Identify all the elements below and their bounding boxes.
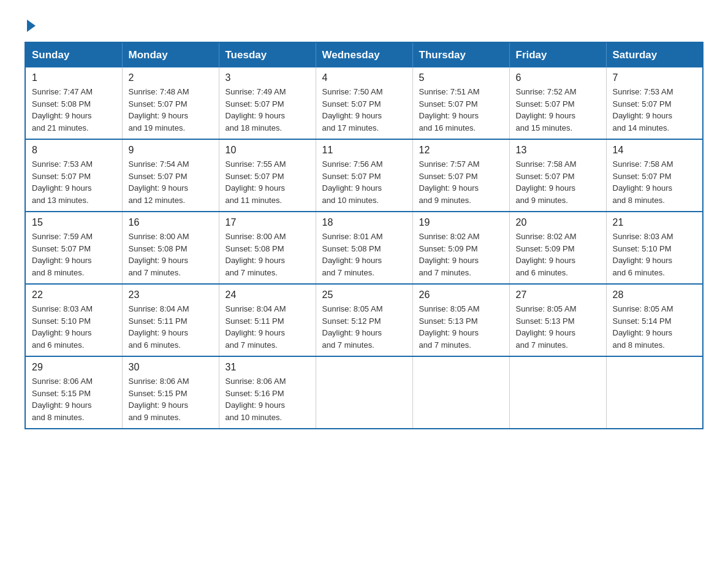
- day-number: 14: [613, 145, 697, 156]
- page-header: [25, 18, 703, 29]
- weekday-header-saturday: Saturday: [606, 42, 703, 67]
- calendar-cell: 7Sunrise: 7:53 AMSunset: 5:07 PMDaylight…: [606, 67, 703, 139]
- day-info: Sunrise: 8:05 AMSunset: 5:14 PMDaylight:…: [613, 303, 697, 351]
- calendar-cell: 23Sunrise: 8:04 AMSunset: 5:11 PMDayligh…: [122, 284, 219, 356]
- weekday-header-thursday: Thursday: [412, 42, 509, 67]
- day-number: 4: [322, 72, 406, 83]
- day-number: 2: [129, 72, 213, 83]
- day-number: 15: [32, 217, 116, 228]
- day-info: Sunrise: 7:54 AMSunset: 5:07 PMDaylight:…: [129, 158, 213, 206]
- calendar-cell: 20Sunrise: 8:02 AMSunset: 5:09 PMDayligh…: [509, 212, 606, 284]
- calendar-cell: 29Sunrise: 8:06 AMSunset: 5:15 PMDayligh…: [25, 356, 122, 429]
- calendar-cell: 2Sunrise: 7:48 AMSunset: 5:07 PMDaylight…: [122, 67, 219, 139]
- day-info: Sunrise: 7:55 AMSunset: 5:07 PMDaylight:…: [226, 158, 309, 206]
- calendar-cell: 19Sunrise: 8:02 AMSunset: 5:09 PMDayligh…: [412, 212, 509, 284]
- day-info: Sunrise: 8:06 AMSunset: 5:16 PMDaylight:…: [226, 375, 309, 423]
- weekday-header-monday: Monday: [122, 42, 219, 67]
- day-info: Sunrise: 7:58 AMSunset: 5:07 PMDaylight:…: [613, 158, 697, 206]
- day-number: 3: [226, 72, 309, 83]
- day-number: 29: [32, 362, 116, 373]
- calendar-cell: 31Sunrise: 8:06 AMSunset: 5:16 PMDayligh…: [219, 356, 316, 429]
- day-number: 1: [32, 72, 116, 83]
- day-number: 13: [516, 145, 600, 156]
- day-number: 24: [226, 289, 309, 301]
- day-number: 6: [516, 72, 600, 83]
- weekday-header-friday: Friday: [509, 42, 606, 67]
- day-number: 11: [322, 145, 406, 156]
- logo: [25, 18, 36, 29]
- day-info: Sunrise: 8:02 AMSunset: 5:09 PMDaylight:…: [419, 231, 503, 278]
- day-number: 17: [226, 217, 309, 228]
- day-info: Sunrise: 8:00 AMSunset: 5:08 PMDaylight:…: [226, 231, 309, 278]
- day-number: 16: [129, 217, 213, 228]
- day-number: 12: [419, 145, 503, 156]
- day-info: Sunrise: 7:47 AMSunset: 5:08 PMDaylight:…: [32, 86, 116, 134]
- calendar-cell: 21Sunrise: 8:03 AMSunset: 5:10 PMDayligh…: [606, 212, 703, 284]
- day-number: 18: [322, 217, 406, 228]
- day-number: 23: [129, 289, 213, 301]
- day-number: 27: [516, 289, 600, 301]
- day-info: Sunrise: 7:59 AMSunset: 5:07 PMDaylight:…: [32, 231, 116, 278]
- calendar-cell: 17Sunrise: 8:00 AMSunset: 5:08 PMDayligh…: [219, 212, 316, 284]
- calendar-cell: [412, 356, 509, 429]
- day-info: Sunrise: 7:52 AMSunset: 5:07 PMDaylight:…: [516, 86, 600, 134]
- day-info: Sunrise: 7:53 AMSunset: 5:07 PMDaylight:…: [32, 158, 116, 206]
- calendar-cell: 25Sunrise: 8:05 AMSunset: 5:12 PMDayligh…: [316, 284, 412, 356]
- day-info: Sunrise: 8:03 AMSunset: 5:10 PMDaylight:…: [613, 231, 697, 278]
- day-info: Sunrise: 8:03 AMSunset: 5:10 PMDaylight:…: [32, 303, 116, 351]
- calendar-week-row: 15Sunrise: 7:59 AMSunset: 5:07 PMDayligh…: [25, 212, 703, 284]
- day-info: Sunrise: 7:53 AMSunset: 5:07 PMDaylight:…: [613, 86, 697, 134]
- calendar-cell: 22Sunrise: 8:03 AMSunset: 5:10 PMDayligh…: [25, 284, 122, 356]
- day-info: Sunrise: 7:57 AMSunset: 5:07 PMDaylight:…: [419, 158, 503, 206]
- calendar-cell: 30Sunrise: 8:06 AMSunset: 5:15 PMDayligh…: [122, 356, 219, 429]
- calendar-cell: [509, 356, 606, 429]
- calendar-cell: 15Sunrise: 7:59 AMSunset: 5:07 PMDayligh…: [25, 212, 122, 284]
- day-info: Sunrise: 8:02 AMSunset: 5:09 PMDaylight:…: [516, 231, 600, 278]
- calendar-cell: 24Sunrise: 8:04 AMSunset: 5:11 PMDayligh…: [219, 284, 316, 356]
- day-number: 26: [419, 289, 503, 301]
- calendar-table: SundayMondayTuesdayWednesdayThursdayFrid…: [25, 42, 703, 429]
- calendar-cell: 11Sunrise: 7:56 AMSunset: 5:07 PMDayligh…: [316, 139, 412, 212]
- day-number: 20: [516, 217, 600, 228]
- day-number: 22: [32, 289, 116, 301]
- day-info: Sunrise: 8:05 AMSunset: 5:12 PMDaylight:…: [322, 303, 406, 351]
- calendar-cell: 16Sunrise: 8:00 AMSunset: 5:08 PMDayligh…: [122, 212, 219, 284]
- calendar-week-row: 29Sunrise: 8:06 AMSunset: 5:15 PMDayligh…: [25, 356, 703, 429]
- day-info: Sunrise: 8:05 AMSunset: 5:13 PMDaylight:…: [419, 303, 503, 351]
- calendar-cell: 27Sunrise: 8:05 AMSunset: 5:13 PMDayligh…: [509, 284, 606, 356]
- calendar-cell: 5Sunrise: 7:51 AMSunset: 5:07 PMDaylight…: [412, 67, 509, 139]
- day-info: Sunrise: 7:51 AMSunset: 5:07 PMDaylight:…: [419, 86, 503, 134]
- calendar-cell: 26Sunrise: 8:05 AMSunset: 5:13 PMDayligh…: [412, 284, 509, 356]
- calendar-header-row: SundayMondayTuesdayWednesdayThursdayFrid…: [25, 42, 703, 67]
- calendar-week-row: 1Sunrise: 7:47 AMSunset: 5:08 PMDaylight…: [25, 67, 703, 139]
- day-info: Sunrise: 8:01 AMSunset: 5:08 PMDaylight:…: [322, 231, 406, 278]
- day-info: Sunrise: 8:06 AMSunset: 5:15 PMDaylight:…: [32, 375, 116, 423]
- day-info: Sunrise: 8:04 AMSunset: 5:11 PMDaylight:…: [129, 303, 213, 351]
- calendar-week-row: 22Sunrise: 8:03 AMSunset: 5:10 PMDayligh…: [25, 284, 703, 356]
- calendar-week-row: 8Sunrise: 7:53 AMSunset: 5:07 PMDaylight…: [25, 139, 703, 212]
- day-info: Sunrise: 8:04 AMSunset: 5:11 PMDaylight:…: [226, 303, 309, 351]
- day-info: Sunrise: 8:06 AMSunset: 5:15 PMDaylight:…: [129, 375, 213, 423]
- calendar-cell: 8Sunrise: 7:53 AMSunset: 5:07 PMDaylight…: [25, 139, 122, 212]
- day-number: 7: [613, 72, 697, 83]
- calendar-cell: [606, 356, 703, 429]
- day-info: Sunrise: 7:49 AMSunset: 5:07 PMDaylight:…: [226, 86, 309, 134]
- day-number: 31: [226, 362, 309, 373]
- day-number: 8: [32, 145, 116, 156]
- day-info: Sunrise: 7:50 AMSunset: 5:07 PMDaylight:…: [322, 86, 406, 134]
- calendar-cell: 3Sunrise: 7:49 AMSunset: 5:07 PMDaylight…: [219, 67, 316, 139]
- day-number: 28: [613, 289, 697, 301]
- calendar-cell: 12Sunrise: 7:57 AMSunset: 5:07 PMDayligh…: [412, 139, 509, 212]
- calendar-cell: 10Sunrise: 7:55 AMSunset: 5:07 PMDayligh…: [219, 139, 316, 212]
- day-number: 21: [613, 217, 697, 228]
- day-number: 10: [226, 145, 309, 156]
- calendar-cell: 9Sunrise: 7:54 AMSunset: 5:07 PMDaylight…: [122, 139, 219, 212]
- day-number: 9: [129, 145, 213, 156]
- calendar-cell: 18Sunrise: 8:01 AMSunset: 5:08 PMDayligh…: [316, 212, 412, 284]
- weekday-header-tuesday: Tuesday: [219, 42, 316, 67]
- weekday-header-sunday: Sunday: [25, 42, 122, 67]
- day-info: Sunrise: 7:56 AMSunset: 5:07 PMDaylight:…: [322, 158, 406, 206]
- day-info: Sunrise: 7:48 AMSunset: 5:07 PMDaylight:…: [129, 86, 213, 134]
- day-number: 19: [419, 217, 503, 228]
- calendar-cell: 4Sunrise: 7:50 AMSunset: 5:07 PMDaylight…: [316, 67, 412, 139]
